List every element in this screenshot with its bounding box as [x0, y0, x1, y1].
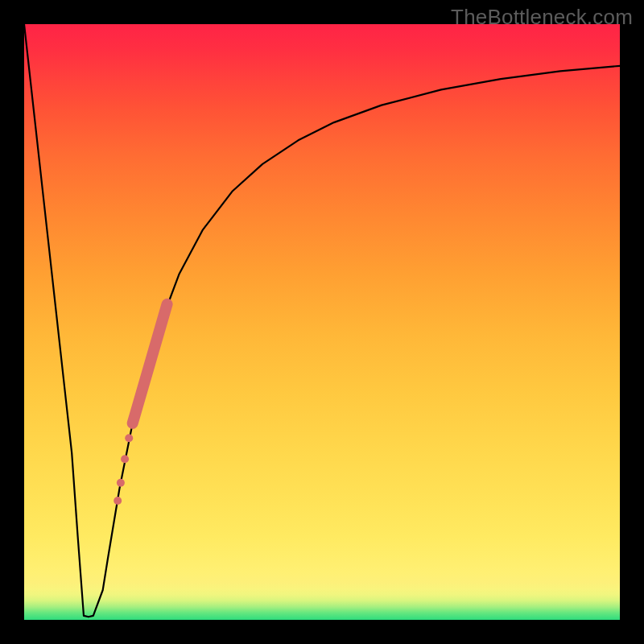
- highlight-thick-segment: [133, 304, 167, 423]
- highlight-dot: [114, 497, 122, 505]
- highlight-dot: [121, 455, 129, 463]
- chart-frame: TheBottleneck.com: [0, 0, 644, 644]
- watermark-text: TheBottleneck.com: [451, 5, 633, 30]
- v-curve-path: [24, 24, 620, 617]
- curve-layer: [24, 24, 620, 620]
- highlight-dot: [117, 479, 125, 487]
- highlight-dot: [125, 434, 133, 442]
- plot-area: [24, 24, 620, 620]
